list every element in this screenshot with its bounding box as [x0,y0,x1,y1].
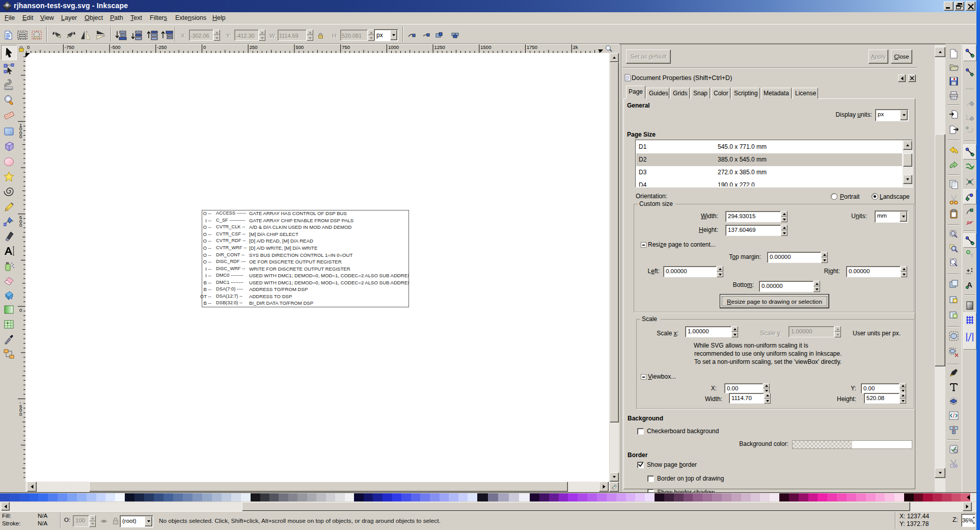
svg-text:1500: 1500 [480,44,491,50]
svg-text:2k: 2k [573,44,578,50]
svg-text:-750: -750 [65,44,74,50]
svg-text:-500: -500 [111,44,121,50]
svg-text:0: 0 [27,44,30,50]
svg-text:750: 750 [342,44,350,50]
svg-text:1750: 1750 [527,44,537,50]
svg-text:0: 0 [19,222,22,228]
svg-text:1250: 1250 [434,44,445,50]
svg-text:-250: -250 [157,44,167,50]
svg-text:0: 0 [203,44,206,50]
svg-text:0: 0 [19,411,22,417]
svg-text:0: 0 [19,134,22,139]
svg-text:500: 500 [295,44,304,50]
svg-text:##: ## [967,220,972,225]
svg-text:0: 0 [19,307,22,313]
svg-text:1000: 1000 [388,44,399,50]
svg-text:250: 250 [250,44,258,50]
